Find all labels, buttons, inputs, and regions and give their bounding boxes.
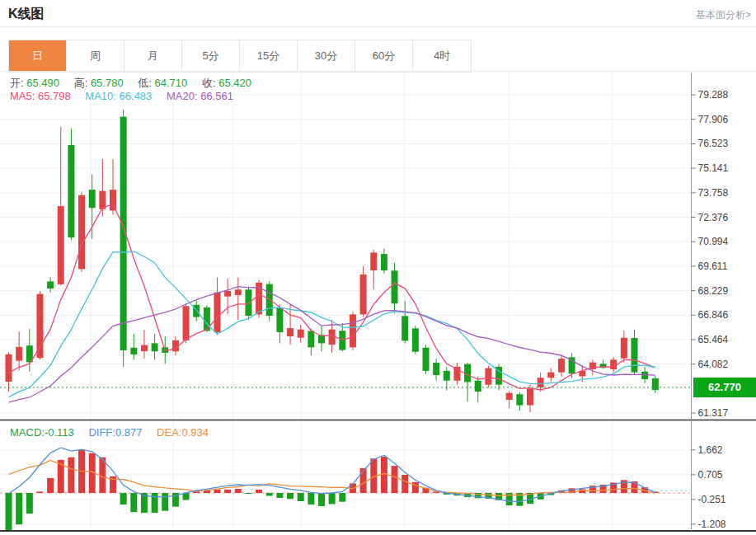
tab-day[interactable]: 日 [9,40,67,72]
high-label: 高: [74,77,88,89]
high-value: 65.780 [91,77,124,89]
svg-text:68.229: 68.229 [698,285,729,297]
header: K线图 基本面分析> [0,0,756,27]
svg-text:-0.251: -0.251 [698,494,726,505]
ma20-value: 66.561 [200,90,233,102]
svg-text:72.376: 72.376 [698,212,729,223]
ma5-value: 65.798 [38,90,71,102]
tab-60min[interactable]: 60分 [355,40,413,72]
ma20-label: MA20: [167,90,198,102]
dea-label: DEA: [157,426,181,439]
svg-text:75.141: 75.141 [698,162,729,174]
candlestick-chart[interactable]: 79.28877.90676.52375.14173.75872.37670.9… [0,73,756,535]
ma-readout: MA5: 65.798 MA10: 66.483 MA20: 66.561 [10,90,233,102]
ma10-label: MA10: [85,90,116,102]
svg-text:64.082: 64.082 [698,359,729,370]
latest-price-tag: 62.770 [693,378,756,397]
svg-text:79.288: 79.288 [698,89,729,101]
svg-text:0.705: 0.705 [698,469,723,481]
tab-30min[interactable]: 30分 [298,40,355,72]
chart-canvas[interactable]: 79.28877.90676.52375.14173.75872.37670.9… [0,73,756,535]
page-title: K线图 [8,6,45,23]
tab-15min[interactable]: 15分 [240,40,298,72]
svg-text:65.464: 65.464 [698,334,729,345]
tab-week[interactable]: 周 [67,40,124,72]
low-value: 64.710 [155,77,188,89]
svg-text:1.662: 1.662 [698,444,723,456]
tab-4hour[interactable]: 4时 [413,40,471,72]
diff-value: 0.877 [115,426,143,439]
dea-value: 0.934 [181,426,209,439]
tab-month[interactable]: 月 [124,40,182,72]
diff-label: DIFF: [88,426,115,439]
macd-label: MACD: [10,426,45,439]
svg-text:66.846: 66.846 [698,309,729,321]
close-value: 65.420 [218,77,251,89]
kline-page: K线图 基本面分析> 日 周 月 5分 15分 30分 60分 4时 79.28… [0,0,756,535]
svg-text:70.994: 70.994 [698,236,729,247]
macd-readout: MACD:-0.113 DIFF:0.877 DEA:0.934 [10,426,209,439]
open-value: 65.490 [26,77,59,89]
fundamental-analysis-link[interactable]: 基本面分析> [696,8,751,22]
svg-text:61.317: 61.317 [698,407,729,419]
svg-text:77.906: 77.906 [698,114,729,125]
ma10-value: 66.483 [120,90,153,102]
svg-text:69.611: 69.611 [698,260,728,272]
close-label: 收: [202,77,216,89]
tabs-divider [0,71,756,72]
ma5-label: MA5: [10,90,35,102]
svg-text:73.758: 73.758 [698,187,729,199]
open-label: 开: [10,77,24,89]
period-tabs: 日 周 月 5分 15分 30分 60分 4时 [8,40,472,73]
tab-5min[interactable]: 5分 [182,40,240,72]
svg-text:76.523: 76.523 [698,138,729,149]
low-label: 低: [138,77,152,89]
svg-text:-1.208: -1.208 [698,519,726,530]
macd-value: -0.113 [45,426,74,439]
ohlc-readout: 开: 65.490 高: 65.780 低: 64.710 收: 65.420 [10,76,263,91]
